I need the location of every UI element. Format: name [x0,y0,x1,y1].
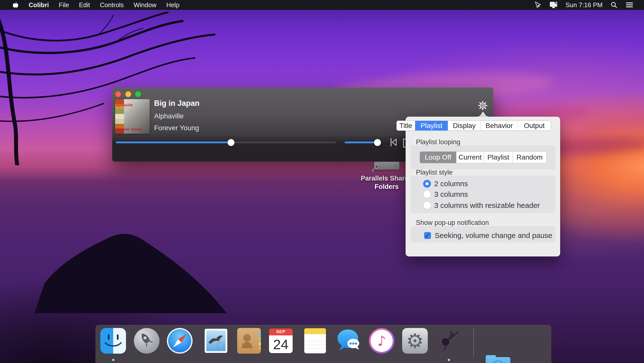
radio-button [423,202,431,209]
segment-loop-off[interactable]: Loop Off [420,152,456,163]
dock-item-safari[interactable] [167,328,192,354]
dock-item-mail[interactable] [205,329,227,353]
dock-separator [474,328,474,356]
dock-item-colibri[interactable] [436,328,462,354]
previous-track-icon[interactable] [390,138,397,146]
menu-edit[interactable]: Edit [79,1,90,9]
menu-controls[interactable]: Controls [100,1,124,9]
parallels-display-icon[interactable] [549,1,558,9]
alias-arrow-icon [370,165,378,172]
menu-bar: Colibri File Edit Controls Window Help S… [0,0,644,10]
settings-gear-icon[interactable] [478,100,488,110]
radio-label: 3 columns [434,190,468,198]
dock-item-itunes[interactable]: ♪ [369,328,394,354]
menu-file[interactable]: File [59,1,69,9]
checkbox-seeking-volume-pause[interactable]: ✓ Seeking, volume change and pause [420,232,552,240]
checkbox: ✓ [424,232,431,239]
radio-button [423,190,431,198]
tab-output[interactable]: Output [518,121,551,130]
settings-popover: Playlist looping Loop Off Current Playli… [406,117,560,256]
playlist-looping-label: Playlist looping [416,138,460,146]
parallels-cursor-icon[interactable] [534,2,542,8]
close-button[interactable] [115,91,121,97]
radio-label: 2 columns [434,180,468,188]
radio-3-columns-resizable[interactable]: 3 columns with resizable header [420,202,540,209]
volume-thumb[interactable] [374,139,381,146]
downloads-folder [486,357,510,363]
progress-slider[interactable] [116,142,336,143]
album-band-logo: alphaville [116,103,133,107]
popup-notification-label: Show pop-up notification [416,219,489,227]
dock-item-downloads[interactable] [485,354,511,363]
tab-behavior[interactable]: Behavior [481,121,518,130]
zoom-button[interactable] [135,91,141,97]
dock-item-calendar[interactable]: SEP 24 [269,328,293,353]
mail-stamp-sky [206,330,226,351]
menu-window[interactable]: Window [134,1,156,9]
tab-display[interactable]: Display [448,121,481,130]
notes-ruled-lines [304,338,326,354]
album-script-title: Forever Young [116,127,142,131]
itunes-note-icon: ♪ [370,330,393,352]
radio-label: 3 columns with resizable header [434,201,540,210]
track-title: Big in Japan [154,99,200,108]
minimize-button[interactable] [125,91,131,97]
island-silhouette [30,227,232,316]
tab-playlist[interactable]: Playlist [415,121,448,130]
radio-3-columns[interactable]: 3 columns [420,190,468,198]
track-artist: Alphaville [154,112,184,120]
loop-segmented-control: Loop Off Current Playlist Random [420,152,546,163]
popover-arrow [476,110,490,117]
progress-fill [116,142,231,143]
segment-random[interactable]: Random [513,152,546,163]
notification-center-icon[interactable] [625,2,634,8]
calendar-month: SEP [269,328,293,336]
album-art: alphaville Forever Young [115,99,150,134]
tab-title[interactable]: Title [397,121,415,130]
volume-fill [345,142,378,143]
dock-item-system-preferences[interactable]: ⚙ [402,328,428,354]
menu-app-name[interactable]: Colibri [28,1,49,9]
colibri-running-indicator [448,359,450,361]
menu-help[interactable]: Help [166,1,179,9]
volume-slider[interactable] [345,142,378,143]
popover-tab-bar: Title Playlist Display Behavior Output [397,121,551,130]
drive-led [394,165,396,167]
dock-item-messages[interactable] [336,328,362,354]
dock-item-finder[interactable] [100,328,126,354]
radio-2-columns[interactable]: 2 columns [420,180,468,188]
menu-clock[interactable]: Sun 7:16 PM [566,1,602,9]
dock-item-launchpad[interactable] [134,328,160,354]
radio-button [423,180,431,188]
dock-item-notes[interactable] [304,328,326,354]
notes-yellow-band [304,328,326,334]
track-album: Forever Young [154,124,199,132]
checkbox-label: Seeking, volume change and pause [435,231,552,240]
spotlight-search-icon[interactable] [610,2,617,8]
finder-running-indicator [112,359,114,361]
dock-item-contacts[interactable] [237,328,261,354]
progress-thumb[interactable] [228,139,234,146]
calendar-day: 24 [269,336,293,353]
playlist-style-label: Playlist style [416,169,453,176]
segment-playlist[interactable]: Playlist [484,152,513,163]
apple-menu-icon[interactable] [12,2,19,8]
segment-current[interactable]: Current [456,152,484,163]
